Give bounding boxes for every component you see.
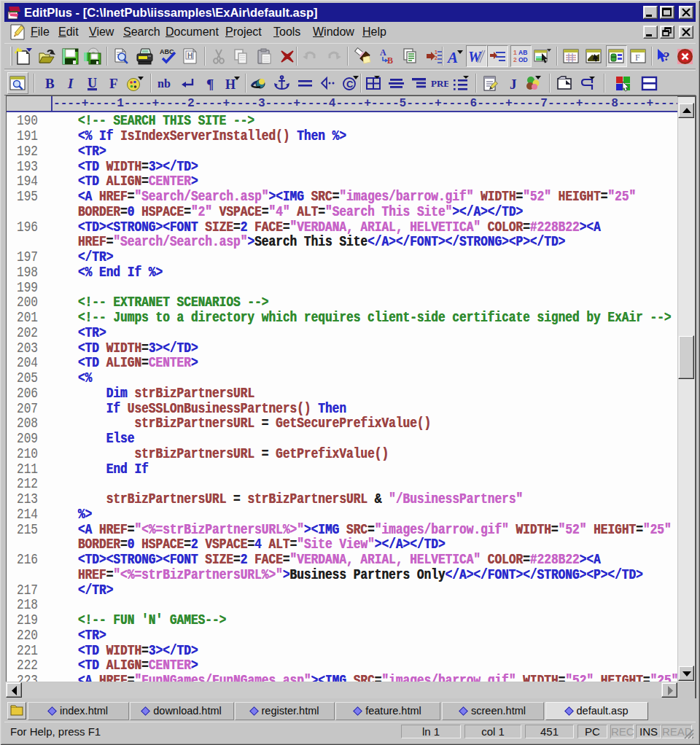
svg-text:nb: nb	[158, 77, 171, 90]
svg-text:A: A	[380, 47, 386, 58]
svg-text:A: A	[446, 49, 458, 66]
svg-text:F: F	[109, 76, 118, 91]
svg-text:2: 2	[435, 55, 438, 61]
svg-text:U: U	[88, 76, 97, 90]
svg-text:¶: ¶	[206, 77, 214, 92]
svg-text:PRE: PRE	[431, 78, 448, 89]
svg-text:B: B	[45, 76, 55, 91]
svg-text:F: F	[635, 52, 640, 63]
svg-text:C: C	[346, 79, 354, 90]
svg-text:H: H	[225, 77, 236, 92]
svg-text:I: I	[67, 76, 74, 91]
svg-text:1: 1	[435, 50, 438, 55]
svg-text:?: ?	[664, 50, 670, 63]
svg-text:OD: OD	[518, 56, 528, 63]
svg-text:1: 1	[513, 49, 517, 56]
svg-text:H: H	[187, 52, 192, 60]
svg-text:2: 2	[513, 56, 517, 63]
svg-text:AB: AB	[518, 49, 527, 56]
svg-text:J: J	[510, 77, 517, 92]
